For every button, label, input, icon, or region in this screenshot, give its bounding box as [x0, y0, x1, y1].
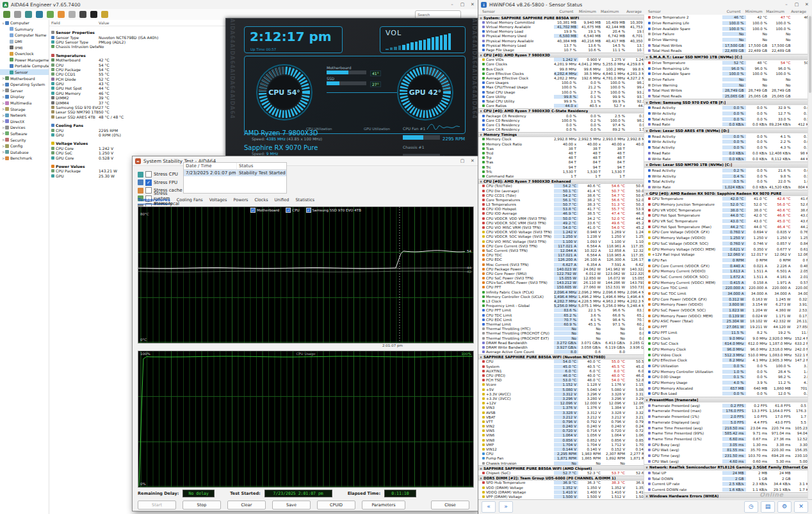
- sidebar-item-dmi[interactable]: DMI: [0, 38, 49, 45]
- refresh-icon[interactable]: [3, 11, 10, 18]
- legend-checkbox[interactable]: ✓: [306, 208, 311, 213]
- collapse-icon[interactable]: [14, 11, 21, 18]
- sensor-row[interactable]: VIN20.240 V0.240 V0.240 V0.240 V: [478, 424, 644, 429]
- sensor-row[interactable]: CPU VDDCR_VDD Voltage (SVI3 TFN)1.242 V0…: [478, 230, 644, 235]
- sensor-row[interactable]: VIN31.376 V1.376 V1.384 V1.376 V: [478, 406, 644, 410]
- collapse-icon[interactable]: ∨: [644, 55, 649, 59]
- maximize-icon[interactable]: ▢: [457, 1, 467, 9]
- column-header-maximum[interactable]: Maximum: [598, 10, 621, 13]
- sensor-row[interactable]: VBAT3.212 V3.212 V3.212 V3.212 V: [478, 415, 644, 419]
- sensor-row[interactable]: Max CPU/Thread Usage100.0 %21.2 %100.0 %…: [478, 85, 644, 90]
- column-header-average[interactable]: Average: [621, 10, 644, 13]
- legend-item[interactable]: ✓CPU: [286, 208, 299, 213]
- checkbox[interactable]: ✓: [145, 179, 152, 186]
- sensor-row[interactable]: CPU PPT150.605 W27.060 W152.531 W150.731…: [478, 285, 644, 290]
- sensor-row[interactable]: Memory Clock Ratio40.00 x40.00 x40.00 x4…: [478, 142, 644, 146]
- parameters-button[interactable]: Parameters: [362, 501, 405, 510]
- prev-page-icon[interactable]: «: [482, 501, 496, 513]
- sensor-group-header[interactable]: ∨CPU [#0]: AMD Ryzen 7 9800X3D C-State R…: [478, 108, 644, 113]
- sensor-row[interactable]: Total Host Reads25,065 GB25,065 GB25,065…: [644, 94, 808, 99]
- sensor-row[interactable]: GPU Video Clock512.3 MHz510.0 MHz1,083.0…: [644, 352, 808, 358]
- clear-button[interactable]: Clear: [227, 501, 266, 510]
- sensor-group-header[interactable]: ∨System: SAPPHIRE SAPPHIRE PURE B850A WI…: [478, 15, 644, 20]
- maximize-icon[interactable]: ▢: [792, 1, 802, 9]
- sensor-row[interactable]: L3 Temperatures50.7 °C38.3 °C51.3 °C50.3…: [478, 203, 644, 207]
- sensor-row[interactable]: GPU SoC Voltage (VDDCR_SOC)0.760 V0.746 …: [644, 241, 808, 247]
- scrollbar[interactable]: [808, 15, 812, 499]
- sidebar-item-computer[interactable]: vComputer: [0, 20, 49, 26]
- sidebar-item-sensor[interactable]: Sensor: [0, 69, 49, 76]
- sensor-panel-icon[interactable]: [36, 11, 43, 18]
- sensor-row[interactable]: System45.0 °C40.5 °C45.5 °C45.0 °C: [478, 364, 644, 369]
- sidebar-item-ipmi[interactable]: IPMI: [0, 44, 49, 51]
- sensor-row[interactable]: VDD (DRAM) Voltage1.352 V1.350 V1.352 V1…: [478, 485, 644, 490]
- sensor-row[interactable]: GPU ASIC Power (Total)25.304 W18.102 W42…: [644, 319, 808, 324]
- close-sensors-icon[interactable]: ✕: [794, 501, 808, 513]
- sensor-row[interactable]: Tras84 T84 T84 T: [478, 160, 644, 165]
- sensor-row[interactable]: +5V5.080 V5.040 V5.080 V5.080 V: [478, 387, 644, 392]
- sensor-row[interactable]: Page File Usage10.7 %10.6 %11.1 %10.7 %: [478, 47, 644, 52]
- sensor-row[interactable]: Virtual Memory Available41,702 MB41,675 …: [478, 24, 644, 29]
- tab-unified[interactable]: Unified: [275, 197, 289, 204]
- sensor-row[interactable]: GPU Memory Power (VDDIO)3.800 W3.154 W6.…: [644, 302, 808, 308]
- column-header-average[interactable]: Average: [786, 10, 808, 13]
- close-button[interactable]: Close: [431, 501, 469, 510]
- legend-item[interactable]: ✓Motherboard: [250, 208, 279, 213]
- start-button[interactable]: Start: [138, 501, 176, 510]
- sensor-row[interactable]: CPU EDC126.200 A26.100 A126.300 A126.170…: [478, 258, 644, 262]
- report-icon[interactable]: ▤: [761, 501, 775, 513]
- sensor-row[interactable]: Frame Time Presented (avg)218.50 ms23.04…: [644, 425, 808, 431]
- sensor-row[interactable]: Write Rate0.0 KB/s0.0 KB/s8,112 KB/s44 K…: [644, 156, 808, 162]
- sensor-row[interactable]: Frame Time Presented (99%)585.42 ms9.71 …: [644, 431, 808, 436]
- tab-powers[interactable]: Powers: [233, 197, 248, 204]
- sensor-row[interactable]: Trfc1,530 T1,530 T1,530 T: [478, 169, 644, 174]
- tab-cooling-fans[interactable]: Cooling Fans: [177, 197, 203, 204]
- collapse-icon[interactable]: ∨: [644, 192, 649, 195]
- sidebar-item-network[interactable]: >Network: [0, 112, 49, 119]
- sensor-row[interactable]: Memory Controller Clock (UCLK)1,496.4 MH…: [478, 294, 644, 299]
- sensor-row[interactable]: Total Activity0.0 %0.0 %33.0 %0.5 %: [644, 116, 808, 122]
- sensor-row[interactable]: GPU Hot Spot Temperature (Max)44.2 °C44.…: [644, 224, 808, 229]
- sensor-row[interactable]: Write Activity0.0 %0.0 %2.2 %0.0 %: [644, 139, 808, 145]
- sensor-row[interactable]: Framerate Presented (avg)0.2 FPS0.2 FPS6…: [644, 402, 808, 408]
- sensor-row[interactable]: CPU IOD Hotspot53.8 °C41.7 °C55.7 °C53.9…: [478, 207, 644, 211]
- sensor-row[interactable]: GPU Wait (avg)81.55 ms35.70 ms220.30 ms1…: [644, 447, 808, 453]
- sensor-row[interactable]: Package C6 Residency0.0 %0.0 %2.5 %0.1 %: [478, 113, 644, 118]
- sidebar-item-devices[interactable]: >Devices: [0, 124, 49, 131]
- sensor-row[interactable]: GPU Core Power (VDDCR_GFX)0.312 W0.163 W…: [644, 296, 808, 302]
- settings-gear-icon[interactable]: ⚙: [777, 501, 792, 513]
- collapse-icon[interactable]: ∨: [478, 16, 483, 20]
- sensor-row[interactable]: Read Rate0.0 KB/s0.0 KB/s89,234 KB/s412 …: [644, 122, 808, 128]
- close-icon[interactable]: ✕: [467, 1, 478, 9]
- sidebar-item-motherboard[interactable]: >Motherboard: [0, 75, 49, 81]
- sensor-group-header[interactable]: ∨CPU [#0]: AMD Ryzen 7 9800X3D: [478, 53, 644, 58]
- sensor-row[interactable]: GPU Temperature42.0 °C41.0 °C42.6 °C41.6…: [644, 196, 808, 202]
- sensor-row[interactable]: GPU PPT Limit11.5 %8.2 %19.2 %11.9 %: [644, 330, 808, 336]
- sensor-row[interactable]: +12V Rail Input Voltage12.060 V12.017 V1…: [644, 252, 808, 258]
- close-icon[interactable]: ✕: [467, 157, 478, 165]
- sensor-row[interactable]: GPU Hot Spot Temperature44.0 °C42.0 °C46…: [644, 213, 808, 219]
- sensor-row[interactable]: Drive WarningNoNoNo: [644, 37, 808, 43]
- sidebar-item-security[interactable]: >Security: [0, 137, 49, 143]
- sidebar-item-multimedia[interactable]: >Multimedia: [0, 100, 49, 106]
- sensor-row[interactable]: CPU (Tctl/Tdie)54.2 °C40.6 °C54.6 °C50.8…: [478, 184, 644, 188]
- column-header-current[interactable]: Current: [553, 10, 576, 13]
- sensor-row[interactable]: Drive Available Spare100.0 %100.0 %100.0…: [644, 26, 808, 31]
- sensor-group-header[interactable]: ∨DDR5 DIMM [#2]: Team Group UD5-6000 (P0…: [478, 476, 644, 481]
- sensor-row[interactable]: +3.3V (AVCC)3.312 V3.296 V3.328 V3.312 V: [478, 392, 644, 396]
- sensor-row[interactable]: Drive WarningNoNoNo: [644, 82, 808, 88]
- sensor-row[interactable]: Total Host Writes28,749 GB28,749 GB28,74…: [644, 88, 808, 94]
- sensor-row[interactable]: Average Effective Clock4,282.2 MHz192.6 …: [478, 76, 644, 80]
- sensor-row[interactable]: Chipset (SoC)52.7 °C52.3 °C53.7 °C52.6 °…: [478, 470, 644, 475]
- sensor-row[interactable]: Infinity Fabric Clock (FCLK)2,096.4 MHz2…: [478, 290, 644, 294]
- sensor-row[interactable]: CPU VIO_MISC VRM (SVI3 TFN)54.0 °C41.0 °…: [478, 225, 644, 229]
- sensor-row[interactable]: Core VIDs1.242 V0.900 V1.275 V1.242 V: [478, 58, 644, 62]
- sensor-row[interactable]: Command Rate1 T1 T1 T: [478, 174, 644, 178]
- sensor-row[interactable]: CPU SoC Power (SVI3 TFN)15.055 W12.850 W…: [478, 276, 644, 281]
- sensor-row[interactable]: Tcas38 T38 T38 T: [478, 146, 644, 151]
- sensor-row[interactable]: Drive FailureNoNoNo: [644, 77, 808, 83]
- sensor-row[interactable]: GPU Utilization0.0 %0.0 %100.0 %3.2 %: [644, 363, 808, 369]
- sensor-row[interactable]: Pump Fan1,871 RPM1,865 RPM1,892 RPM1,871…: [478, 456, 644, 461]
- collapse-icon[interactable]: ∨: [644, 465, 649, 469]
- sensor-row[interactable]: CPU VDDCR_SOC VRM (SVI3 TFN)49.2 °C33.6 …: [478, 220, 644, 225]
